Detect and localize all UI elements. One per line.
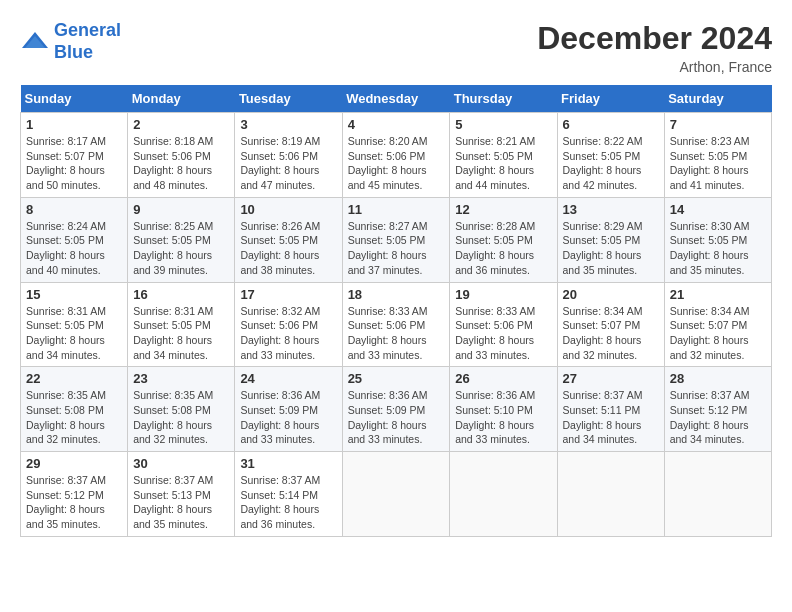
day-number: 6: [563, 117, 659, 132]
day-info: Sunrise: 8:31 AMSunset: 5:05 PMDaylight:…: [26, 304, 122, 363]
day-cell-13: 13 Sunrise: 8:29 AMSunset: 5:05 PMDaylig…: [557, 197, 664, 282]
day-cell-19: 19 Sunrise: 8:33 AMSunset: 5:06 PMDaylig…: [450, 282, 557, 367]
day-info: Sunrise: 8:35 AMSunset: 5:08 PMDaylight:…: [133, 388, 229, 447]
day-cell-21: 21 Sunrise: 8:34 AMSunset: 5:07 PMDaylig…: [664, 282, 771, 367]
day-number: 27: [563, 371, 659, 386]
day-cell-23: 23 Sunrise: 8:35 AMSunset: 5:08 PMDaylig…: [128, 367, 235, 452]
day-number: 8: [26, 202, 122, 217]
main-title: December 2024: [537, 20, 772, 57]
day-cell-26: 26 Sunrise: 8:36 AMSunset: 5:10 PMDaylig…: [450, 367, 557, 452]
day-cell-2: 2 Sunrise: 8:18 AMSunset: 5:06 PMDayligh…: [128, 113, 235, 198]
logo-text: General Blue: [54, 20, 121, 63]
day-info: Sunrise: 8:37 AMSunset: 5:12 PMDaylight:…: [26, 473, 122, 532]
day-number: 26: [455, 371, 551, 386]
week-row-5: 29 Sunrise: 8:37 AMSunset: 5:12 PMDaylig…: [21, 452, 772, 537]
day-number: 14: [670, 202, 766, 217]
header-wednesday: Wednesday: [342, 85, 450, 113]
day-cell-14: 14 Sunrise: 8:30 AMSunset: 5:05 PMDaylig…: [664, 197, 771, 282]
day-number: 17: [240, 287, 336, 302]
week-row-3: 15 Sunrise: 8:31 AMSunset: 5:05 PMDaylig…: [21, 282, 772, 367]
day-cell-22: 22 Sunrise: 8:35 AMSunset: 5:08 PMDaylig…: [21, 367, 128, 452]
day-number: 31: [240, 456, 336, 471]
day-info: Sunrise: 8:24 AMSunset: 5:05 PMDaylight:…: [26, 219, 122, 278]
day-info: Sunrise: 8:32 AMSunset: 5:06 PMDaylight:…: [240, 304, 336, 363]
day-info: Sunrise: 8:28 AMSunset: 5:05 PMDaylight:…: [455, 219, 551, 278]
week-row-4: 22 Sunrise: 8:35 AMSunset: 5:08 PMDaylig…: [21, 367, 772, 452]
page-header: General Blue December 2024 Arthon, Franc…: [20, 20, 772, 75]
day-number: 18: [348, 287, 445, 302]
day-info: Sunrise: 8:33 AMSunset: 5:06 PMDaylight:…: [455, 304, 551, 363]
day-cell-5: 5 Sunrise: 8:21 AMSunset: 5:05 PMDayligh…: [450, 113, 557, 198]
day-cell-6: 6 Sunrise: 8:22 AMSunset: 5:05 PMDayligh…: [557, 113, 664, 198]
day-number: 1: [26, 117, 122, 132]
day-cell-1: 1 Sunrise: 8:17 AMSunset: 5:07 PMDayligh…: [21, 113, 128, 198]
day-info: Sunrise: 8:37 AMSunset: 5:11 PMDaylight:…: [563, 388, 659, 447]
day-info: Sunrise: 8:29 AMSunset: 5:05 PMDaylight:…: [563, 219, 659, 278]
day-number: 3: [240, 117, 336, 132]
day-cell-9: 9 Sunrise: 8:25 AMSunset: 5:05 PMDayligh…: [128, 197, 235, 282]
header-sunday: Sunday: [21, 85, 128, 113]
empty-cell: [450, 452, 557, 537]
day-number: 2: [133, 117, 229, 132]
header-saturday: Saturday: [664, 85, 771, 113]
day-info: Sunrise: 8:33 AMSunset: 5:06 PMDaylight:…: [348, 304, 445, 363]
day-number: 12: [455, 202, 551, 217]
day-info: Sunrise: 8:37 AMSunset: 5:13 PMDaylight:…: [133, 473, 229, 532]
day-cell-7: 7 Sunrise: 8:23 AMSunset: 5:05 PMDayligh…: [664, 113, 771, 198]
day-cell-4: 4 Sunrise: 8:20 AMSunset: 5:06 PMDayligh…: [342, 113, 450, 198]
day-info: Sunrise: 8:35 AMSunset: 5:08 PMDaylight:…: [26, 388, 122, 447]
day-number: 5: [455, 117, 551, 132]
day-number: 29: [26, 456, 122, 471]
day-info: Sunrise: 8:31 AMSunset: 5:05 PMDaylight:…: [133, 304, 229, 363]
day-number: 24: [240, 371, 336, 386]
day-info: Sunrise: 8:21 AMSunset: 5:05 PMDaylight:…: [455, 134, 551, 193]
day-number: 22: [26, 371, 122, 386]
day-info: Sunrise: 8:36 AMSunset: 5:09 PMDaylight:…: [348, 388, 445, 447]
day-info: Sunrise: 8:17 AMSunset: 5:07 PMDaylight:…: [26, 134, 122, 193]
day-info: Sunrise: 8:27 AMSunset: 5:05 PMDaylight:…: [348, 219, 445, 278]
header-tuesday: Tuesday: [235, 85, 342, 113]
title-section: December 2024 Arthon, France: [537, 20, 772, 75]
day-cell-16: 16 Sunrise: 8:31 AMSunset: 5:05 PMDaylig…: [128, 282, 235, 367]
day-number: 15: [26, 287, 122, 302]
day-cell-30: 30 Sunrise: 8:37 AMSunset: 5:13 PMDaylig…: [128, 452, 235, 537]
day-number: 25: [348, 371, 445, 386]
day-info: Sunrise: 8:34 AMSunset: 5:07 PMDaylight:…: [563, 304, 659, 363]
day-number: 20: [563, 287, 659, 302]
header-friday: Friday: [557, 85, 664, 113]
day-info: Sunrise: 8:22 AMSunset: 5:05 PMDaylight:…: [563, 134, 659, 193]
empty-cell: [342, 452, 450, 537]
day-info: Sunrise: 8:20 AMSunset: 5:06 PMDaylight:…: [348, 134, 445, 193]
logo: General Blue: [20, 20, 121, 63]
day-number: 19: [455, 287, 551, 302]
day-info: Sunrise: 8:23 AMSunset: 5:05 PMDaylight:…: [670, 134, 766, 193]
day-info: Sunrise: 8:18 AMSunset: 5:06 PMDaylight:…: [133, 134, 229, 193]
day-number: 10: [240, 202, 336, 217]
day-number: 21: [670, 287, 766, 302]
day-info: Sunrise: 8:19 AMSunset: 5:06 PMDaylight:…: [240, 134, 336, 193]
day-number: 23: [133, 371, 229, 386]
calendar-table: SundayMondayTuesdayWednesdayThursdayFrid…: [20, 85, 772, 537]
day-cell-15: 15 Sunrise: 8:31 AMSunset: 5:05 PMDaylig…: [21, 282, 128, 367]
day-cell-8: 8 Sunrise: 8:24 AMSunset: 5:05 PMDayligh…: [21, 197, 128, 282]
day-cell-31: 31 Sunrise: 8:37 AMSunset: 5:14 PMDaylig…: [235, 452, 342, 537]
day-cell-24: 24 Sunrise: 8:36 AMSunset: 5:09 PMDaylig…: [235, 367, 342, 452]
day-number: 11: [348, 202, 445, 217]
week-row-2: 8 Sunrise: 8:24 AMSunset: 5:05 PMDayligh…: [21, 197, 772, 282]
day-number: 30: [133, 456, 229, 471]
day-number: 28: [670, 371, 766, 386]
day-cell-11: 11 Sunrise: 8:27 AMSunset: 5:05 PMDaylig…: [342, 197, 450, 282]
day-cell-3: 3 Sunrise: 8:19 AMSunset: 5:06 PMDayligh…: [235, 113, 342, 198]
day-number: 9: [133, 202, 229, 217]
day-info: Sunrise: 8:36 AMSunset: 5:10 PMDaylight:…: [455, 388, 551, 447]
day-number: 13: [563, 202, 659, 217]
day-info: Sunrise: 8:36 AMSunset: 5:09 PMDaylight:…: [240, 388, 336, 447]
day-number: 4: [348, 117, 445, 132]
day-cell-18: 18 Sunrise: 8:33 AMSunset: 5:06 PMDaylig…: [342, 282, 450, 367]
day-cell-10: 10 Sunrise: 8:26 AMSunset: 5:05 PMDaylig…: [235, 197, 342, 282]
empty-cell: [557, 452, 664, 537]
empty-cell: [664, 452, 771, 537]
subtitle: Arthon, France: [537, 59, 772, 75]
header-monday: Monday: [128, 85, 235, 113]
day-info: Sunrise: 8:25 AMSunset: 5:05 PMDaylight:…: [133, 219, 229, 278]
